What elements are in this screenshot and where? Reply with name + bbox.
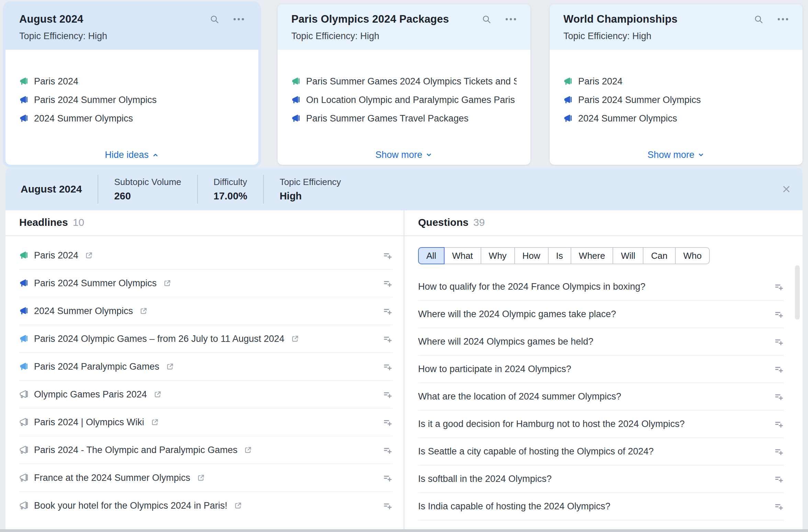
add-to-list-button[interactable]	[382, 306, 393, 316]
topic-card[interactable]: World Championships Topic Efficiency: Hi…	[550, 4, 803, 165]
headline-text: Paris 2024 Paralympic Games	[34, 361, 159, 372]
external-link-icon[interactable]	[150, 418, 159, 427]
question-filter-tab[interactable]: Who	[675, 247, 710, 264]
headline-row: Paris 2024 Summer Olympics	[19, 269, 393, 297]
scrollbar-thumb[interactable]	[795, 265, 800, 320]
add-to-list-button[interactable]	[382, 389, 393, 400]
questions-list: How to qualify for the 2024 France Olymp…	[404, 273, 803, 520]
topic-card[interactable]: Paris Olympics 2024 Packages Topic Effic…	[278, 4, 530, 165]
add-to-list-button[interactable]	[773, 364, 784, 374]
question-filter-tab[interactable]: How	[514, 247, 549, 264]
more-options-icon[interactable]	[777, 18, 789, 21]
card-footer-label: Show more	[375, 150, 423, 160]
list-item-label: 2024 Summer Olympics	[34, 113, 133, 124]
card-footer-label: Hide ideas	[105, 150, 149, 160]
list-item[interactable]: Paris 2024	[563, 75, 789, 88]
more-options-icon[interactable]	[233, 18, 245, 21]
add-to-list-button[interactable]	[382, 334, 393, 344]
close-button[interactable]	[779, 182, 794, 196]
add-to-list-button[interactable]	[382, 361, 393, 372]
headline-text: Paris 2024 Olympic Games – from 26 July …	[34, 334, 284, 344]
card-footer-toggle[interactable]: Hide ideas	[103, 149, 161, 161]
search-icon[interactable]	[481, 14, 492, 25]
question-row: Is India capable of hosting the 2024 Oly…	[418, 493, 784, 520]
add-to-list-button[interactable]	[382, 278, 393, 289]
topic-card-title: August 2024	[19, 13, 196, 25]
question-filter-tab[interactable]: Is	[548, 247, 571, 264]
add-to-list-button[interactable]	[773, 501, 784, 512]
summary-stats: Subtopic Volume 260 Difficulty 17.00% To…	[98, 175, 357, 204]
question-filter-tab[interactable]: Will	[613, 247, 643, 264]
headline-text: Paris 2024	[34, 250, 78, 261]
megaphone-icon	[19, 307, 29, 316]
megaphone-icon	[19, 114, 29, 123]
add-to-list-button[interactable]	[773, 391, 784, 402]
headline-text: France at the 2024 Summer Olympics	[34, 473, 190, 483]
question-filter-tab[interactable]: Can	[643, 247, 676, 264]
list-item[interactable]: Paris 2024	[19, 75, 245, 88]
add-to-list-button[interactable]	[773, 474, 784, 484]
question-filter-label: Who	[683, 251, 702, 261]
megaphone-icon	[19, 390, 29, 399]
add-to-list-button[interactable]	[773, 446, 784, 457]
list-item[interactable]: Paris 2024 Summer Olympics	[19, 94, 245, 106]
external-link-icon[interactable]	[153, 390, 162, 399]
external-link-icon[interactable]	[139, 307, 148, 315]
bottom-scrollbar-track	[0, 529, 808, 532]
add-to-list-button[interactable]	[773, 419, 784, 429]
list-item[interactable]: Paris Summer Games Travel Packages	[291, 112, 517, 125]
summary-title: August 2024	[5, 183, 98, 195]
megaphone-icon	[19, 77, 29, 86]
add-to-list-button[interactable]	[773, 281, 784, 292]
card-footer-toggle[interactable]: Show more	[373, 149, 435, 161]
list-item[interactable]: Paris 2024 Summer Olympics	[563, 94, 789, 106]
topic-card-header: Paris Olympics 2024 Packages Topic Effic…	[278, 4, 530, 50]
list-item[interactable]: Paris Summer Games 2024 Olympics Tickets…	[291, 75, 517, 88]
topic-efficiency-label: Topic Efficiency: High	[563, 31, 789, 42]
add-to-list-button[interactable]	[382, 250, 393, 261]
question-filter-tab[interactable]: All	[418, 247, 445, 264]
headline-row: 2024 Summer Olympics	[19, 297, 393, 325]
more-options-icon[interactable]	[505, 18, 517, 21]
external-link-icon[interactable]	[291, 335, 299, 343]
topic-card[interactable]: August 2024 Topic Efficiency: High	[5, 4, 258, 165]
close-icon	[781, 184, 792, 194]
megaphone-icon	[563, 95, 573, 105]
question-filter-tab[interactable]: Where	[571, 247, 614, 264]
list-item[interactable]: On Location Olympic and Paralympic Games…	[291, 94, 517, 106]
external-link-icon[interactable]	[234, 501, 242, 510]
question-text: Is India capable of hosting the 2024 Oly…	[418, 501, 610, 512]
search-icon[interactable]	[753, 14, 764, 25]
add-to-list-button[interactable]	[773, 309, 784, 320]
list-item[interactable]: 2024 Summer Olympics	[19, 112, 245, 125]
add-to-list-button[interactable]	[382, 500, 393, 511]
headline-row: Paris 2024 Paralympic Games	[19, 353, 393, 381]
question-row: Where will 2024 Olympics games be held?	[418, 328, 784, 356]
questions-count: 39	[473, 217, 485, 228]
external-link-icon[interactable]	[163, 279, 171, 288]
add-to-list-button[interactable]	[773, 336, 784, 347]
question-filter-tab[interactable]: Why	[481, 247, 515, 264]
question-text: Where will 2024 Olympics games be held?	[418, 336, 593, 347]
list-item[interactable]: 2024 Summer Olympics	[563, 112, 789, 125]
questions-title: Questions	[418, 217, 469, 228]
add-to-list-button[interactable]	[382, 473, 393, 483]
cards-row: August 2024 Topic Efficiency: High	[5, 4, 803, 165]
headline-text: Book your hotel for the Olympics 2024 in…	[34, 500, 227, 511]
external-link-icon[interactable]	[85, 251, 93, 260]
add-to-list-button[interactable]	[382, 417, 393, 428]
external-link-icon[interactable]	[244, 446, 252, 454]
list-item-label: On Location Olympic and Paralympic Games…	[306, 95, 517, 105]
question-filter-tab[interactable]: What	[444, 247, 481, 264]
megaphone-icon	[19, 362, 29, 371]
search-icon[interactable]	[209, 14, 220, 25]
external-link-icon[interactable]	[197, 474, 205, 482]
external-link-icon[interactable]	[166, 362, 174, 371]
megaphone-icon	[291, 95, 301, 105]
megaphone-icon	[19, 95, 29, 105]
headlines-header: Headlines 10	[5, 210, 404, 236]
megaphone-icon	[19, 251, 29, 260]
add-to-list-button[interactable]	[382, 445, 393, 455]
card-footer-toggle[interactable]: Show more	[646, 149, 707, 161]
headline-row: France at the 2024 Summer Olympics	[19, 464, 393, 492]
